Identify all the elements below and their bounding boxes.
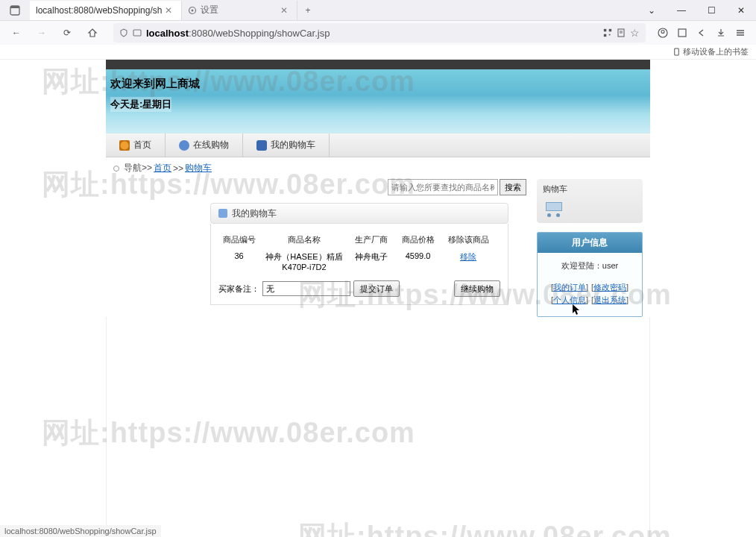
svg-rect-7: [604, 34, 606, 37]
menu-cart-label: 我的购物车: [271, 139, 315, 151]
menu-bar: 首页 在线购物 我的购物车: [106, 134, 650, 157]
site-info-icon: [133, 28, 142, 37]
new-tab-button[interactable]: +: [297, 5, 318, 16]
cart-panel: 我的购物车 商品编号 商品名称 生产厂商 商品价格 移除该商品 36 神舟（HA…: [210, 203, 508, 305]
remove-link[interactable]: 移除: [460, 252, 476, 261]
breadcrumb-label: 导航>>: [124, 162, 152, 175]
banner-today: 今天是:星期日: [110, 97, 171, 112]
nav-forward-button[interactable]: →: [31, 22, 52, 43]
breadcrumb: 导航>> 首页 >> 购物车: [106, 157, 650, 179]
user-info-box: 用户信息 欢迎登陆：user [我的订单] [修改密码] [个人信息] [退出系…: [537, 232, 643, 317]
shield-icon: [119, 28, 128, 37]
cart-panel-header: 我的购物车: [210, 203, 508, 224]
svg-rect-5: [604, 29, 606, 31]
col-remove: 移除该商品: [442, 231, 494, 248]
svg-rect-18: [675, 48, 679, 55]
banner-title: 欢迎来到网上商城: [110, 77, 646, 91]
cart-table-header: 商品编号 商品名称 生产厂商 商品价格 移除该商品: [218, 231, 500, 248]
username: user: [602, 261, 618, 270]
col-vendor: 生产厂商: [349, 231, 394, 248]
user-links: [我的订单] [修改密码] [个人信息] [退出系统]: [544, 282, 636, 306]
search-input[interactable]: [388, 179, 498, 195]
bookmark-star-icon[interactable]: ☆: [630, 27, 640, 39]
link-my-orders[interactable]: 我的订单: [553, 283, 586, 292]
svg-rect-14: [678, 29, 686, 37]
col-id: 商品编号: [218, 231, 259, 248]
menu-home[interactable]: 首页: [106, 134, 166, 157]
bookmarks-bar: 移动设备上的书签: [0, 45, 756, 60]
extensions-icon[interactable]: [675, 26, 689, 40]
user-info-title: 用户信息: [538, 233, 642, 253]
menu-home-label: 首页: [133, 139, 151, 151]
reader-icon[interactable]: [617, 28, 626, 37]
cart-panel-title: 我的购物车: [232, 207, 277, 220]
tab-2[interactable]: 设置 ✕: [182, 1, 297, 20]
url-text: localhost:8080/webShopping/showCar.jsp: [146, 28, 599, 39]
window-maximize-button[interactable]: ☐: [696, 0, 726, 21]
menu-my-cart[interactable]: 我的购物车: [243, 134, 330, 157]
cart-icon[interactable]: [544, 198, 567, 217]
nav-back-button[interactable]: ←: [6, 22, 27, 43]
col-price: 商品价格: [394, 231, 442, 248]
side-cart-title: 购物车: [543, 183, 637, 195]
cell-price: 4599.0: [394, 248, 442, 274]
browser-tab-bar: localhost:8080/webShopping/sh ✕ 设置 ✕ + ⌄…: [0, 0, 756, 21]
svg-rect-1: [10, 6, 19, 8]
col-name: 商品名称: [259, 231, 349, 248]
note-input[interactable]: [262, 281, 350, 296]
tab-1-title: localhost:8080/webShopping/sh: [36, 5, 162, 16]
save-page-icon[interactable]: [714, 26, 728, 40]
cell-id: 36: [218, 248, 259, 274]
cell-name: 神舟（HASEE）精盾K470P-i7D2: [259, 248, 349, 274]
svg-rect-4: [133, 30, 141, 36]
status-bar: localhost:8080/webShopping/showCar.jsp: [0, 525, 161, 537]
svg-rect-8: [609, 34, 611, 36]
top-dark-band: [106, 60, 650, 69]
window-close-button[interactable]: ✕: [726, 0, 756, 21]
breadcrumb-cart-link[interactable]: 购物车: [185, 162, 212, 175]
gear-icon: [188, 6, 197, 15]
car-icon: [256, 140, 267, 151]
link-change-password[interactable]: 修改密码: [593, 283, 626, 292]
bookmarks-label[interactable]: 移动设备上的书签: [683, 46, 749, 57]
cart-table-row: 36 神舟（HASEE）精盾K470P-i7D2 神舟电子 4599.0 移除: [218, 248, 500, 274]
breadcrumb-home-link[interactable]: 首页: [154, 162, 171, 175]
tab-2-title: 设置: [201, 4, 218, 16]
nav-home-button[interactable]: [82, 22, 103, 43]
overflow-chevron-icon[interactable]: ⌄: [637, 0, 667, 21]
menu-shop[interactable]: 在线购物: [166, 134, 243, 157]
note-row: 买家备注： 提交订单 继续购物: [218, 280, 500, 297]
bullet-icon: [113, 166, 119, 172]
menu-shop-label: 在线购物: [193, 139, 229, 151]
breadcrumb-sep: >>: [173, 163, 183, 174]
undo-icon[interactable]: [695, 26, 708, 40]
side-cart-box: 购物车: [537, 179, 643, 223]
link-profile[interactable]: 个人信息: [553, 295, 586, 304]
note-label: 买家备注：: [218, 283, 259, 295]
tab-1-close-icon[interactable]: ✕: [162, 5, 175, 16]
svg-point-13: [661, 31, 664, 34]
nav-reload-button[interactable]: ⟳: [57, 22, 78, 43]
svg-rect-6: [609, 29, 611, 31]
cart-panel-icon: [218, 209, 227, 218]
tab-1[interactable]: localhost:8080/webShopping/sh ✕: [30, 1, 182, 20]
submit-order-button[interactable]: 提交订单: [353, 280, 400, 297]
user-welcome: 欢迎登陆：user: [544, 260, 636, 271]
home-icon: [119, 140, 130, 151]
app-icon: [0, 0, 30, 21]
menu-icon[interactable]: [734, 26, 747, 40]
shop-icon: [179, 140, 189, 151]
window-minimize-button[interactable]: —: [667, 0, 696, 21]
link-logout[interactable]: 退出系统: [593, 295, 626, 304]
account-icon[interactable]: [656, 26, 670, 40]
cell-vendor: 神舟电子: [349, 248, 394, 274]
search-button[interactable]: 搜索: [500, 179, 526, 195]
svg-point-3: [192, 9, 194, 11]
qr-icon[interactable]: [603, 28, 612, 37]
address-bar: ← → ⟳ localhost:8080/webShopping/showCar…: [0, 21, 756, 45]
url-field[interactable]: localhost:8080/webShopping/showCar.jsp ☆: [113, 23, 646, 43]
banner: 欢迎来到网上商城 今天是:星期日: [106, 69, 650, 134]
continue-shopping-button[interactable]: 继续购物: [454, 280, 500, 297]
mobile-icon: [672, 48, 681, 56]
tab-2-close-icon[interactable]: ✕: [277, 5, 291, 16]
